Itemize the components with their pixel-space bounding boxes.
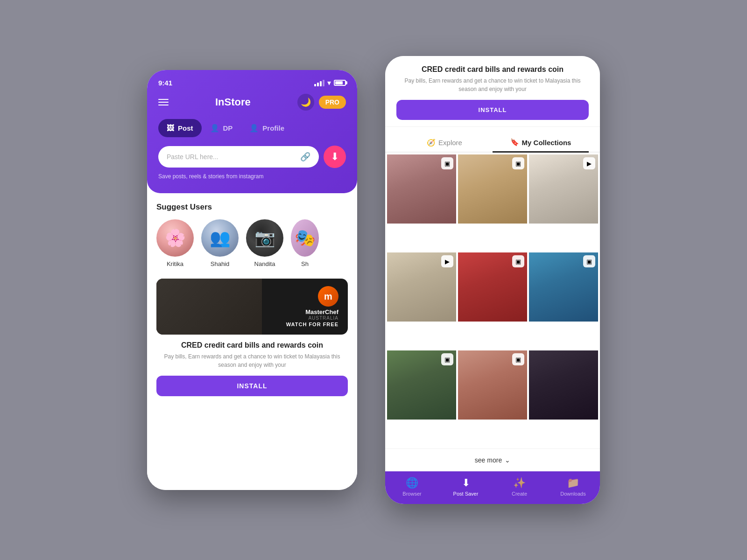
- mc-people-image: [156, 279, 262, 335]
- nav-icons: 🌙 PRO: [297, 94, 346, 111]
- globe-icon: 🌐: [406, 477, 418, 489]
- left-phone: 9:41 ▾ InStore 🌙 P: [147, 70, 357, 490]
- right-ad-title: CRED credit card bills and rewards coin: [396, 65, 589, 74]
- right-ad-section: CRED credit card bills and rewards coin …: [385, 56, 600, 127]
- cred-ad-title: CRED credit card bills and rewards coin: [156, 341, 348, 350]
- tab-my-collections[interactable]: 🔖 My Collections: [493, 133, 589, 153]
- download-nav-icon: ⬇: [462, 477, 470, 489]
- cell-badge-6: ▣: [583, 255, 595, 267]
- right-phone: CRED credit card bills and rewards coin …: [385, 56, 600, 504]
- tab-dp[interactable]: 👤 DP: [202, 119, 241, 137]
- cell-badge-2: ▣: [512, 157, 524, 169]
- compass-icon: 🧭: [427, 139, 436, 147]
- avatar-nandita: 📷: [246, 219, 283, 257]
- user-kritika[interactable]: 🌸 Kritika: [156, 219, 194, 267]
- collection-tabs: 🧭 Explore 🔖 My Collections: [385, 127, 600, 153]
- folder-icon: 📁: [567, 477, 579, 489]
- post-icon: 🖼: [167, 124, 174, 133]
- grid-item-6[interactable]: ▣: [529, 252, 598, 322]
- mc-brand-area: m MasterChef AUSTRALIA WATCH FOR FREE: [286, 286, 338, 327]
- cell-badge-7: ▣: [441, 353, 453, 365]
- avatar-partial: 🎭: [291, 219, 319, 257]
- face-placeholder: 👥: [201, 219, 239, 257]
- left-phone-body: Suggest Users 🌸 Kritika 👥 Shahid 📷 Nandi…: [147, 193, 357, 490]
- url-row: Paste URL here... 🔗 ⬇: [158, 146, 346, 168]
- nav-browser-label: Browser: [402, 491, 421, 497]
- status-time: 9:41: [158, 79, 172, 87]
- mc-name: MasterChef: [286, 308, 338, 315]
- bookmark-icon: 🔖: [510, 138, 519, 147]
- grid-item-1[interactable]: ▣: [387, 154, 456, 224]
- mc-watch-label: WATCH FOR FREE: [286, 322, 338, 327]
- wifi-icon: ▾: [327, 78, 331, 87]
- user-partial[interactable]: 🎭 Sh: [291, 219, 319, 267]
- face-placeholder: 🌸: [156, 219, 194, 257]
- pro-badge[interactable]: PRO: [319, 96, 346, 109]
- avatar-shahid: 👥: [201, 219, 239, 257]
- hamburger-menu[interactable]: [158, 99, 169, 105]
- sparkle-icon: ✨: [513, 477, 526, 489]
- face-placeholder: 🎭: [291, 219, 319, 257]
- content-tabs: 🖼 Post 👤 DP 👤 Profile: [158, 119, 346, 137]
- nav-downloads[interactable]: 📁 Downloads: [546, 477, 600, 497]
- signal-icon: [314, 80, 324, 86]
- tab-profile[interactable]: 👤 Profile: [241, 119, 293, 137]
- bottom-navigation: 🌐 Browser ⬇ Post Saver ✨ Create 📁 Downlo…: [385, 471, 600, 504]
- grid-item-7[interactable]: ▣: [387, 350, 456, 420]
- nav-browser[interactable]: 🌐 Browser: [385, 477, 439, 497]
- nav-downloads-label: Downloads: [560, 491, 585, 497]
- url-input-container[interactable]: Paste URL here... 🔗: [158, 146, 319, 168]
- suggest-users-list: 🌸 Kritika 👥 Shahid 📷 Nandita 🎭: [156, 219, 348, 267]
- masterchef-banner[interactable]: m MasterChef AUSTRALIA WATCH FOR FREE: [156, 279, 348, 335]
- cred-ad-desc: Pay bills, Earn rewards and get a chance…: [156, 352, 348, 369]
- collections-grid: ▣ ▣ ▶ ▶ ▣ ▣ ▣ ▣: [385, 153, 600, 448]
- cell-badge-8: ▣: [512, 353, 524, 365]
- tab-post[interactable]: 🖼 Post: [158, 119, 202, 137]
- dp-icon: 👤: [210, 124, 219, 133]
- grid-item-2[interactable]: ▣: [458, 154, 527, 224]
- avatar-kritika: 🌸: [156, 219, 194, 257]
- url-placeholder: Paste URL here...: [167, 153, 218, 161]
- grid-item-5[interactable]: ▣: [458, 252, 527, 322]
- face-placeholder: 📷: [246, 219, 283, 257]
- grid-item-9[interactable]: [529, 350, 598, 420]
- hint-text: Save posts, reels & stories from instagr…: [158, 173, 263, 180]
- mc-background: [156, 279, 262, 335]
- user-name-partial: Sh: [301, 260, 309, 267]
- cell-badge-4: ▶: [441, 255, 453, 267]
- profile-icon: 👤: [249, 124, 259, 133]
- grid-item-8[interactable]: ▣: [458, 350, 527, 420]
- dark-mode-button[interactable]: 🌙: [297, 94, 314, 111]
- app-name: InStore: [215, 96, 251, 108]
- nav-create-label: Create: [512, 491, 527, 497]
- nav-post-saver[interactable]: ⬇ Post Saver: [439, 477, 493, 497]
- see-more-button[interactable]: see more ⌄: [393, 456, 592, 464]
- user-name-nandita: Nandita: [254, 260, 275, 267]
- grid-item-3[interactable]: ▶: [529, 154, 598, 224]
- grid-item-4[interactable]: ▶: [387, 252, 456, 322]
- install-button-right[interactable]: INSTALL: [396, 100, 589, 120]
- nav-row: InStore 🌙 PRO: [158, 94, 346, 111]
- suggest-users-title: Suggest Users: [156, 203, 348, 212]
- user-nandita[interactable]: 📷 Nandita: [246, 219, 283, 267]
- install-button-left[interactable]: INSTALL: [156, 376, 348, 396]
- right-ad-desc: Pay bills, Earn rewards and get a chance…: [396, 77, 589, 93]
- nav-post-saver-label: Post Saver: [453, 491, 479, 497]
- battery-icon: [334, 80, 346, 86]
- user-name-kritika: Kritika: [167, 260, 183, 267]
- user-name-shahid: Shahid: [211, 260, 229, 267]
- user-shahid[interactable]: 👥 Shahid: [201, 219, 239, 267]
- nav-create[interactable]: ✨ Create: [493, 477, 546, 497]
- see-more-row: see more ⌄: [385, 448, 600, 471]
- cell-badge-1: ▣: [441, 157, 453, 169]
- link-icon: 🔗: [300, 152, 310, 162]
- cell-badge-5: ▣: [512, 255, 524, 267]
- mc-subtitle: AUSTRALIA: [286, 315, 338, 321]
- mc-logo-icon: m: [318, 286, 338, 307]
- tab-explore[interactable]: 🧭 Explore: [396, 133, 493, 152]
- status-icons: ▾: [314, 78, 346, 87]
- download-button[interactable]: ⬇: [324, 146, 346, 168]
- chevron-down-icon: ⌄: [505, 456, 510, 464]
- status-bar: 9:41 ▾: [158, 78, 346, 87]
- left-header: 9:41 ▾ InStore 🌙 P: [147, 70, 357, 193]
